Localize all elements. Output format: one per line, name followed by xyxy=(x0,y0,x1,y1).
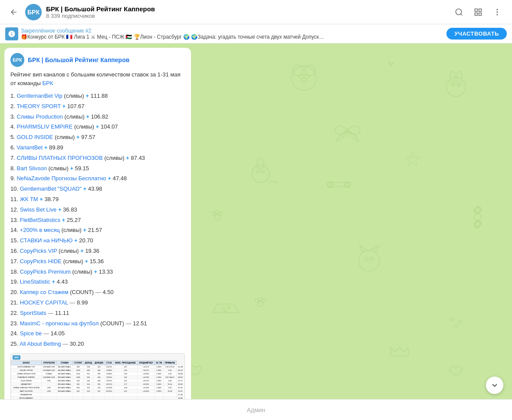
list-item: 13. FletBetStatistics + 25.27 xyxy=(10,216,185,225)
list-item: 9. NeNaZavode Прогнозы Бесплатно + 47.48 xyxy=(10,174,185,183)
layout-button[interactable] xyxy=(470,4,486,20)
ranking-link[interactable]: GentlemanBet Vip xyxy=(17,93,62,99)
list-item: 5. GOLD INSIDE (сливы) + 97.57 xyxy=(10,133,185,142)
ranking-link[interactable]: CopyPicks HIDE xyxy=(20,258,62,265)
header-actions xyxy=(451,4,505,20)
header-info: БРК | Большой Рейтинг Капперов 8 339 под… xyxy=(46,5,451,19)
ranking-link[interactable]: Spice be xyxy=(20,330,42,337)
pinned-text-block: Закреплённое сообщение #2 🎁Конкурс от БР… xyxy=(21,28,325,40)
svg-rect-61 xyxy=(475,13,478,15)
list-item: 7. СЛИВЫ ПЛАТНЫХ ПРОГНОЗОВ (сливы) + 87.… xyxy=(10,154,185,163)
list-item: 24. Spice be — 14.05 xyxy=(10,329,185,338)
pinned-label: Закреплённое сообщение #2 xyxy=(21,28,325,34)
message-card: БРК БРК | Большой Рейтинг Капперов Рейти… xyxy=(4,48,191,399)
ranking-link[interactable]: CopyPicks Premium xyxy=(20,268,71,275)
ranking-link[interactable]: Каппер со Стажем xyxy=(20,289,69,295)
list-item: 16. CopyPicks VIP (сливы) + 19.36 xyxy=(10,247,185,256)
svg-rect-62 xyxy=(479,13,482,15)
msg-description: Рейтинг вип каналов с большим количество… xyxy=(10,70,185,87)
subscriber-count: 8 339 подписчиков xyxy=(46,13,451,19)
admin-label: Админ xyxy=(247,407,265,413)
rankings-list: 1. GentlemanBet Vip (сливы) + 111.882. T… xyxy=(10,92,185,349)
list-item: 8. Bart Slivson (сливы) + 59.15 xyxy=(10,164,185,173)
table-image: БРК КАНАЛСТРАТЕГИЯСТАВКИСТ.ПЛАТДОХОДДОХО… xyxy=(10,353,185,399)
svg-rect-59 xyxy=(475,9,478,11)
join-button[interactable]: УЧАСТВОВАТЬ xyxy=(446,28,507,40)
ranking-link[interactable]: СЛИВЫ ПЛАТНЫХ ПРОГНОЗОВ xyxy=(17,155,102,161)
channel-avatar: БРК xyxy=(25,4,42,20)
right-area xyxy=(200,43,512,399)
list-item: 10. GentlemanBet "SQUAD" + 43.98 xyxy=(10,185,185,194)
messages-area: БРК БРК | Большой Рейтинг Капперов Рейти… xyxy=(0,43,200,399)
ranking-link[interactable]: CopyPicks VIP xyxy=(20,248,57,254)
msg-channel-name: БРК | Большой Рейтинг Капперов xyxy=(28,56,129,63)
desc-link[interactable]: БРК xyxy=(42,80,53,86)
list-item: 12. Swiss Bet Live + 36.83 xyxy=(10,205,185,215)
list-item: 2. THEORY SPORT + 107.67 xyxy=(10,102,185,111)
list-item: 22. SportStats — 11.11 xyxy=(10,309,185,318)
pinned-left: Закреплённое сообщение #2 🎁Конкурс от БР… xyxy=(5,27,442,40)
ranking-link[interactable]: Сливы Production xyxy=(17,113,63,120)
list-item: 14. +200% в месяц (сливы) + 21.57 xyxy=(10,226,185,235)
ranking-link[interactable]: THEORY SPORT xyxy=(17,103,61,109)
ranking-link[interactable]: LineStatistic xyxy=(20,278,50,285)
channel-title: БРК | Большой Рейтинг Капперов xyxy=(46,5,451,13)
list-item: 17. CopyPicks HIDE (сливы) + 15.36 xyxy=(10,257,185,266)
list-item: 18. CopyPicks Premium (сливы) + 13.33 xyxy=(10,268,185,277)
ranking-link[interactable]: HOCKEY CAPITAL xyxy=(20,299,68,306)
list-item: 20. Каппер со Стажем (COUNT) — 4.50 xyxy=(10,288,185,297)
msg-header: БРК БРК | Большой Рейтинг Капперов xyxy=(10,53,185,67)
svg-point-63 xyxy=(496,9,498,10)
ranking-link[interactable]: СТАВКИ на НИЧЬЮ xyxy=(20,237,73,244)
list-item: 21. HOCKEY CAPITAL — 8.99 xyxy=(10,298,185,308)
main-area: БРК БРК | Большой Рейтинг Капперов Рейти… xyxy=(0,43,512,399)
scroll-to-bottom-button[interactable] xyxy=(486,377,503,394)
header: БРК БРК | Большой Рейтинг Капперов 8 339… xyxy=(0,0,512,24)
ranking-link[interactable]: Bart Slivson xyxy=(17,165,46,172)
ranking-link[interactable]: NeNaZavode Прогнозы Бесплатно xyxy=(17,175,106,182)
desc-text-1: Рейтинг вип каналов с большим количество… xyxy=(10,71,180,78)
svg-point-58 xyxy=(456,9,462,14)
ranking-link[interactable]: All About Betting xyxy=(20,341,61,347)
list-item: 6. VariantBet + 89.89 xyxy=(10,143,185,152)
list-item: 15. СТАВКИ на НИЧЬЮ + 20.70 xyxy=(10,236,185,245)
list-item: 23. MaximC - прогнозы на футбол (COUNT) … xyxy=(10,319,185,328)
msg-avatar: БРК xyxy=(10,53,24,67)
svg-rect-60 xyxy=(479,9,482,11)
ranking-link[interactable]: MaximC - прогнозы на футбол xyxy=(20,320,99,327)
list-item: 11. ЖК ТМ + 38.79 xyxy=(10,195,185,204)
pinned-icon xyxy=(5,27,18,40)
pinned-banner: Закреплённое сообщение #2 🎁Конкурс от БР… xyxy=(0,24,512,43)
ranking-link[interactable]: ЖК ТМ xyxy=(20,196,38,202)
desc-text-2: от команды xyxy=(10,80,41,86)
ranking-link[interactable]: VariantBet xyxy=(17,144,43,151)
ranking-link[interactable]: SportStats xyxy=(20,310,46,316)
list-item: 3. Сливы Production (сливы) + 106.82 xyxy=(10,112,185,122)
table-logo: БРК xyxy=(13,355,20,360)
search-button[interactable] xyxy=(451,4,467,20)
svg-point-64 xyxy=(496,11,498,13)
list-item: 25. All About Betting — 30.20 xyxy=(10,340,185,349)
list-item: 1. GentlemanBet Vip (сливы) + 111.88 xyxy=(10,92,185,101)
ranking-link[interactable]: FletBetStatistics xyxy=(20,217,60,223)
ranking-link[interactable]: GOLD INSIDE xyxy=(17,134,53,140)
ranking-link[interactable]: Swiss Bet Live xyxy=(20,206,57,213)
bottom-bar: Админ xyxy=(0,399,512,420)
ranking-link[interactable]: GentlemanBet "SQUAD" xyxy=(20,185,82,192)
ranking-link[interactable]: +200% в месяц xyxy=(20,227,60,233)
list-item: 19. LineStatistic + 4.43 xyxy=(10,278,185,287)
back-button[interactable] xyxy=(7,5,21,19)
more-button[interactable] xyxy=(489,4,505,20)
list-item: 4. PHARMSLIV EMPIRE (сливы) + 104.07 xyxy=(10,122,185,132)
ranking-link[interactable]: PHARMSLIV EMPIRE xyxy=(17,123,73,130)
svg-point-65 xyxy=(496,14,498,15)
pinned-content: 🎁Конкурс от БРК 🇫🇷 Лига 1 ⚔ Мец - ПСЖ 🇵🇸… xyxy=(21,34,325,40)
